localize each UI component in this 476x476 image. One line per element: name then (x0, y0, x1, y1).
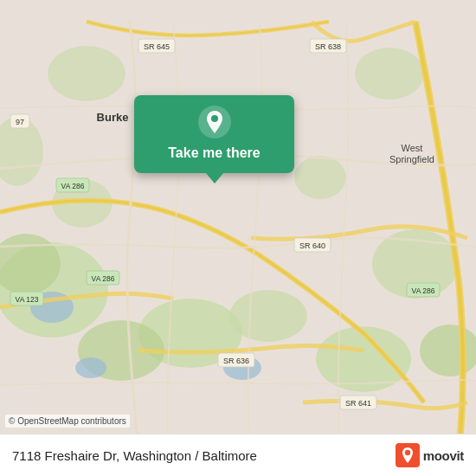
svg-text:SR 645: SR 645 (144, 42, 170, 51)
svg-point-11 (355, 48, 424, 100)
svg-text:VA 286: VA 286 (61, 182, 85, 190)
svg-text:SR 640: SR 640 (299, 241, 325, 250)
svg-point-43 (404, 450, 409, 455)
svg-text:Burke: Burke (97, 111, 129, 124)
map-attribution: © OpenStreetMap contributors (5, 415, 130, 428)
svg-point-15 (75, 357, 106, 378)
svg-text:Springfield: Springfield (389, 154, 434, 164)
svg-point-12 (48, 46, 125, 101)
popup-label: Take me there (168, 145, 260, 161)
svg-point-10 (294, 156, 346, 199)
map-background: SR 645 SR 638 97 VA 286 VA 286 VA 123 SR… (0, 0, 476, 476)
svg-text:VA 286: VA 286 (92, 274, 115, 283)
svg-point-41 (211, 115, 218, 122)
svg-text:SR 638: SR 638 (315, 42, 341, 51)
moovit-text: moovit (423, 448, 464, 463)
svg-point-5 (229, 290, 307, 342)
svg-text:SR 636: SR 636 (223, 357, 249, 365)
moovit-icon (396, 443, 420, 467)
svg-text:West: West (402, 143, 423, 153)
svg-text:VA 286: VA 286 (412, 286, 435, 295)
map-container: SR 645 SR 638 97 VA 286 VA 286 VA 123 SR… (0, 0, 476, 476)
bottom-bar: 7118 Freshaire Dr, Washington / Baltimor… (0, 434, 476, 476)
location-pin-icon (198, 106, 231, 138)
svg-text:VA 123: VA 123 (16, 295, 39, 304)
moovit-logo: moovit (396, 443, 464, 467)
address-text: 7118 Freshaire Dr, Washington / Baltimor… (12, 448, 257, 463)
svg-text:97: 97 (16, 118, 24, 126)
svg-text:SR 641: SR 641 (345, 399, 371, 408)
take-me-there-popup[interactable]: Take me there (134, 95, 294, 173)
